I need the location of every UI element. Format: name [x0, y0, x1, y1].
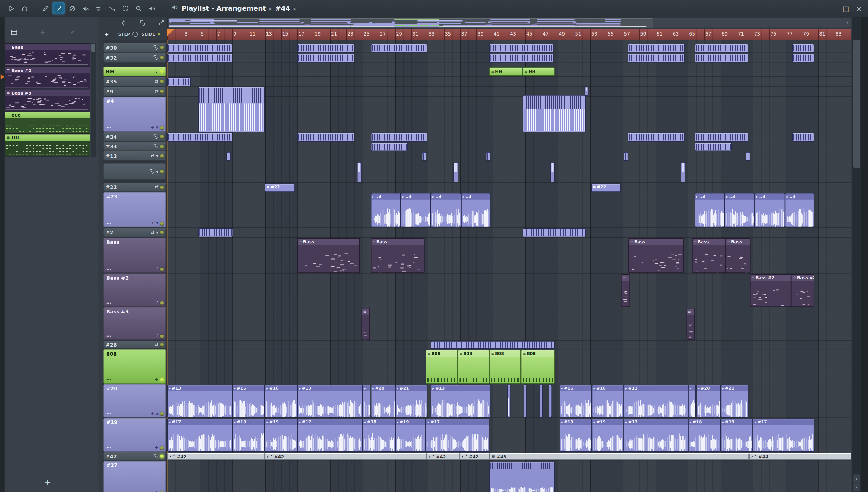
- picker-scrollbar[interactable]: [91, 43, 96, 157]
- clip-audio-91[interactable]: ▸#18: [688, 419, 721, 452]
- clip-audio-65[interactable]: ▸#16: [265, 385, 298, 417]
- more-icon[interactable]: ⋯: [107, 333, 112, 339]
- clip-bass-53[interactable]: ≡: [621, 274, 630, 307]
- clip-big-16[interactable]: [198, 87, 265, 132]
- clip-ticks-19[interactable]: [167, 133, 232, 142]
- more-icon[interactable]: ⋯: [107, 221, 112, 226]
- clip-audio-77[interactable]: ▸#13: [624, 385, 689, 417]
- clip-ticks-22[interactable]: [628, 133, 685, 142]
- clip-ticks-1[interactable]: [298, 44, 354, 52]
- track-header-#19[interactable]: #19⋯+: [103, 418, 166, 452]
- clip-sliver-73[interactable]: [540, 385, 542, 417]
- clip-bass-57[interactable]: ≡: [686, 308, 695, 340]
- clip-sliver-72[interactable]: [523, 385, 526, 417]
- track-led[interactable]: [160, 378, 164, 382]
- step-label[interactable]: STEP: [118, 32, 131, 36]
- minimap-scroll-right-icon[interactable]: ›: [846, 19, 848, 26]
- clip-bass-49[interactable]: ≡Bass: [371, 238, 424, 273]
- clip-audio-89[interactable]: ▸#19: [592, 419, 624, 452]
- track-led[interactable]: [160, 301, 164, 305]
- more-icon[interactable]: ⋯: [107, 411, 112, 416]
- clip-audio-68[interactable]: ▸#20: [371, 385, 395, 417]
- timeline-ruler[interactable]: 3579111315171921232527293133353739414345…: [167, 29, 851, 40]
- slide-label[interactable]: SLIDE: [141, 32, 155, 36]
- cross-icon[interactable]: +: [151, 221, 154, 225]
- picker-draw-icon[interactable]: [38, 27, 48, 37]
- select-tool-icon[interactable]: [119, 2, 131, 14]
- track-lane-Bass #3[interactable]: [167, 308, 851, 341]
- headphones-tool-icon[interactable]: [18, 2, 30, 14]
- track-header-#9[interactable]: #9⇄: [103, 87, 166, 96]
- clip-audio-88[interactable]: ▸#18: [559, 419, 592, 452]
- clip-auto-94[interactable]: #42: [167, 453, 265, 460]
- track-header-#42[interactable]: #42: [103, 452, 166, 461]
- clip-ticks-58[interactable]: [431, 341, 554, 349]
- track-led[interactable]: [160, 135, 164, 139]
- clip-big-17[interactable]: [523, 95, 586, 132]
- picker-layout-icon[interactable]: [9, 27, 19, 37]
- track-led[interactable]: [160, 126, 164, 130]
- clip-bass-52[interactable]: ≡Bass: [725, 238, 751, 273]
- clip-ticks-7[interactable]: [167, 54, 232, 62]
- clip-audio-81[interactable]: ▸#17: [167, 419, 232, 452]
- track-header-#27[interactable]: #27⋯+: [103, 461, 166, 492]
- track-header-#32[interactable]: #32: [103, 53, 166, 62]
- track-led[interactable]: [160, 79, 164, 83]
- minimap[interactable]: ‹ ›: [167, 17, 851, 28]
- more-icon[interactable]: ⋯: [107, 300, 112, 305]
- cross-icon[interactable]: +: [155, 377, 158, 382]
- clip-auto-96[interactable]: #42: [427, 453, 459, 460]
- picker-item-808[interactable]: ≡808: [4, 111, 90, 134]
- track-header-#28[interactable]: #28⇄: [103, 341, 166, 349]
- clip-ticks-23[interactable]: [695, 133, 748, 142]
- picker-item-Bass[interactable]: ≡Bass: [4, 43, 90, 66]
- tridown-icon[interactable]: ▾: [156, 154, 158, 158]
- clip-ticks-25[interactable]: [371, 143, 408, 151]
- clip-mini2-18[interactable]: [585, 87, 588, 95]
- clip-ticks-6[interactable]: [792, 44, 814, 52]
- play-tool-icon[interactable]: [5, 2, 17, 14]
- clip-ticks-4[interactable]: [628, 44, 685, 52]
- clip-audio-79[interactable]: ▸#20: [696, 385, 721, 417]
- more-icon[interactable]: ⋯: [107, 267, 112, 272]
- clip-sliver-74[interactable]: [549, 385, 552, 417]
- clip-audio-41[interactable]: ▸..3: [461, 193, 490, 227]
- scroll-down-button[interactable]: ▾: [853, 483, 860, 492]
- slide-tool-icon[interactable]: [106, 2, 118, 14]
- clip-ticks-9[interactable]: [490, 54, 554, 62]
- track-header-#2[interactable]: #2⇄▾: [103, 228, 166, 237]
- maximize-button[interactable]: □: [839, 0, 852, 17]
- clip-audio-80[interactable]: ▸#21: [721, 385, 748, 417]
- picker-add-button[interactable]: +: [42, 477, 53, 488]
- clip-audio-69[interactable]: ▸#21: [395, 385, 428, 417]
- picker-item-Bass2[interactable]: ≡Bass #2: [4, 66, 90, 89]
- link-icon[interactable]: [153, 143, 158, 150]
- clip-audio-67[interactable]: ▸: [362, 385, 371, 417]
- track-led[interactable]: [160, 491, 164, 492]
- link-icon[interactable]: [153, 453, 158, 460]
- link-icon[interactable]: [149, 168, 154, 175]
- clip-ticks-31[interactable]: [746, 152, 750, 161]
- zoom-tool-icon[interactable]: [132, 2, 144, 14]
- playlist-grid[interactable]: ≡HH≡HH≡#22≡#22▸..3▸..3▸..3▸..3▸..3▸..3▸.…: [167, 40, 851, 492]
- vertical-scrollbar-thumb[interactable]: [853, 40, 860, 168]
- scroll-up-button[interactable]: ▴: [853, 474, 860, 483]
- tridown-icon[interactable]: ▾: [156, 221, 158, 225]
- clip-audio-86[interactable]: ▸#19: [395, 419, 426, 452]
- slip-tool-icon[interactable]: [93, 2, 104, 14]
- clip-ticks-0[interactable]: [167, 44, 232, 52]
- arrangement-crumb[interactable]: #44: [275, 4, 290, 13]
- track-led[interactable]: [160, 267, 164, 271]
- track-led[interactable]: [160, 154, 164, 158]
- clip-mixed-100[interactable]: [490, 462, 555, 492]
- track-header-#30[interactable]: #30: [103, 43, 166, 52]
- link-icon[interactable]: [153, 54, 158, 61]
- triup-icon[interactable]: ▴: [156, 411, 158, 416]
- tridown-icon[interactable]: ▾: [156, 170, 158, 174]
- picker-brush-icon[interactable]: [66, 27, 76, 37]
- clip-ticks-27[interactable]: [227, 152, 231, 161]
- link-icon[interactable]: [137, 18, 147, 28]
- track-led[interactable]: [160, 70, 164, 73]
- clip-mini2-32[interactable]: [357, 162, 361, 182]
- more-icon[interactable]: ⋯: [107, 490, 112, 492]
